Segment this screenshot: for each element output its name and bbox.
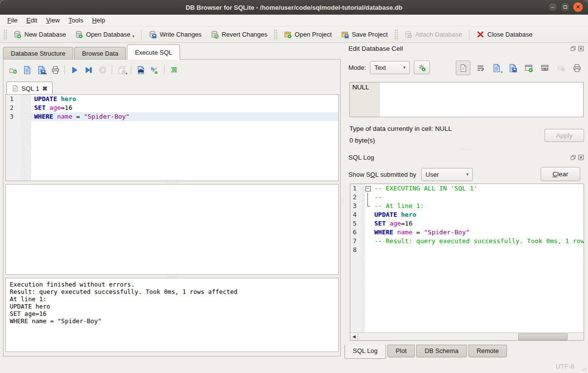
cell-value-editor[interactable]: NULL [349,82,584,117]
toolbar-drag-handle[interactable] [394,29,398,40]
sql-1-tab[interactable]: SQL 1 ✖ [6,82,53,95]
attach-database-button: Attach Database [400,28,466,41]
sql-log-box: 1-- EXECUTING ALL IN 'SQL 1'2--3-- At li… [350,184,584,341]
dropdown-arrow-icon: ▾ [45,72,47,76]
write-changes-button[interactable]: Write Changes [144,28,205,41]
text-mode-button[interactable] [456,61,470,75]
text-mode-icon [459,64,467,72]
dock-splitter-handle[interactable]: ······ [345,147,588,151]
horizontal-scrollbar[interactable]: ◀ ▶ [350,332,584,340]
clear-log-button[interactable]: Clear [541,167,580,181]
menu-help[interactable]: Help [88,15,110,25]
print-sql-button[interactable] [49,63,61,76]
sql-editor[interactable]: 1UPDATE hero2SET age=163WHERE name = "Sp… [5,94,339,181]
apply-button: Apply [545,129,584,142]
line-number: 8 [350,246,361,254]
execute-all-icon [70,66,79,74]
close-dock-icon[interactable] [578,45,584,52]
close-button[interactable]: ✕ [573,2,583,12]
scroll-left-icon[interactable]: ◀ [350,333,358,340]
link-button[interactable] [538,62,551,74]
attach-database-icon [404,30,412,39]
auto-switch-mode-button[interactable] [414,61,430,74]
link-icon [540,63,549,73]
right-dock-area: Edit Database Cell Mode: Text ▾ ▾ [345,43,588,359]
fold-marker-icon[interactable] [365,184,371,193]
export-data-button[interactable] [506,62,519,74]
dock-tab-plot[interactable]: Plot [387,345,415,357]
code-line: 1UPDATE hero [6,95,338,104]
edit-cell-dock-controls [570,45,584,52]
sql-document-icon [12,85,19,92]
save-sql-file-button[interactable]: ▾ [35,63,47,76]
find-replace-icon [136,65,145,75]
save-results-button: ▾ [115,63,128,76]
tab-execute-sql[interactable]: Execute SQL [127,44,180,60]
code-line: 2-- [350,193,584,202]
menu-tools[interactable]: Tools [64,15,87,25]
execute-current-line-button[interactable] [82,63,95,76]
vertical-splitter-handle[interactable]: ···· [342,43,344,359]
sql-log-filter-select[interactable]: User ▾ [421,168,473,181]
window-title: DB Browser for SQLite - /home/user/code/… [185,4,402,11]
open-project-icon [284,30,292,39]
print-sql-icon [51,65,60,75]
word-wrap-button[interactable] [474,62,487,74]
float-dock-icon[interactable] [570,45,576,52]
close-database-button[interactable]: Close Database [472,28,537,41]
code-line: 4UPDATE hero [350,210,584,219]
stop-icon [99,66,107,74]
line-number: 6 [350,228,361,237]
import-data-button[interactable]: ▾ [490,62,503,74]
mode-select[interactable]: Text ▾ [370,61,410,74]
execution-message-log[interactable]: Execution finished without errors. Resul… [5,278,339,352]
line-number: 7 [350,237,361,246]
set-null-icon [557,64,565,72]
open-sql-file-button[interactable] [20,63,33,76]
minimize-button[interactable]: – [547,2,558,12]
code-line: 3WHERE name = "Spider-Boy" [6,112,338,121]
tab-database-structure[interactable]: Database Structure [3,47,73,60]
menu-edit[interactable]: Edit [22,15,41,25]
dock-tab-db-schema[interactable]: DB Schema [416,345,466,357]
execute-all-button[interactable] [68,63,81,76]
set-null-button [554,62,567,74]
format-sql-button[interactable] [148,63,161,76]
open-project-button[interactable]: Open Project [280,28,336,41]
maximize-button[interactable] [560,2,570,12]
open-sql-tab-button[interactable] [6,63,19,76]
results-pane[interactable] [5,184,339,275]
sql-log-view[interactable]: 1-- EXECUTING ALL IN 'SQL 1'2--3-- At li… [350,184,584,332]
scrollbar-thumb[interactable] [518,333,567,340]
open-database-button[interactable]: Open Database ▾ [71,28,138,41]
cell-mode-row: Mode: Text ▾ ▾ [348,61,584,74]
save-project-button[interactable]: Save Project [337,28,392,41]
fold-column [365,202,371,210]
write-changes-icon [148,30,157,39]
find-replace-button[interactable] [134,63,147,76]
float-dock-icon[interactable] [570,154,576,161]
toolbar-drag-handle[interactable] [3,29,7,40]
revert-changes-button[interactable]: Revert Changes [206,28,271,41]
close-dock-icon[interactable] [578,154,584,161]
execute-sql-page: ▾ ▾ SQL 1 ✖ 1UP [3,59,341,356]
stop-button [96,63,109,76]
fold-column [365,219,371,228]
edit-cell-title: Edit Database Cell [348,45,403,52]
open-in-external-button[interactable] [522,62,535,74]
toggle-results-button[interactable] [167,63,180,76]
cell-editor-toolbar: ▾ [456,61,583,75]
print-cell-button[interactable] [570,62,583,74]
toolbar-drag-handle[interactable] [274,29,277,40]
close-sql-tab-icon[interactable]: ✖ [42,85,47,92]
dock-tab-remote[interactable]: Remote [468,345,507,357]
menu-view[interactable]: View [41,15,64,25]
line-number: 5 [350,219,361,228]
save-project-icon [341,30,349,39]
titlebar[interactable]: – ✕ DB Browser for SQLite - /home/user/c… [0,0,588,15]
dock-tab-sql-log[interactable]: SQL Log [345,345,386,359]
new-database-button[interactable]: New Database [9,28,70,41]
resize-grip-icon[interactable] [581,366,587,372]
menu-file[interactable]: File [3,15,22,25]
tab-browse-data[interactable]: Browse Data [74,47,126,60]
